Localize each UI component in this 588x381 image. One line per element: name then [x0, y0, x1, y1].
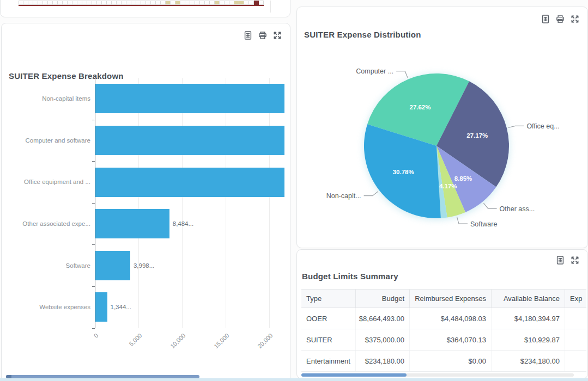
table-header-row: TypeBudgetReimbursed ExpensesAvailable B…	[301, 289, 586, 308]
dashboard: SUITER Expense Breakdown 05,00010,00015,…	[0, 0, 588, 381]
mini-grid-strip	[19, 1, 264, 5]
strip-cell	[28, 1, 33, 5]
bar[interactable]	[95, 84, 284, 113]
pie-slice-label: Other ass...	[500, 205, 535, 213]
pie-percent-label: 4.17%	[439, 183, 457, 189]
pie-leader-line	[396, 71, 408, 78]
excel-export-icon[interactable]	[555, 255, 565, 265]
expand-icon[interactable]	[272, 30, 282, 40]
pie-percent-label: 27.62%	[409, 104, 431, 110]
pie-slice-label: Non-capit...	[326, 192, 361, 200]
strip-cell	[244, 1, 249, 5]
category-label: Website expenses	[2, 286, 90, 328]
strip-cell	[180, 1, 185, 5]
pie-leader-line	[364, 192, 378, 196]
table-cell: $4,180,394.97	[492, 308, 565, 329]
bar-chart: 05,00010,00015,00020,000Non-capital item…	[2, 23, 290, 381]
strip-cell	[23, 1, 28, 5]
table-hscrollbar-thumb[interactable]	[301, 373, 407, 377]
strip-cell	[136, 1, 141, 5]
pie-slice-label: Computer ...	[356, 67, 393, 75]
strip-cell	[166, 1, 171, 5]
gridline	[269, 78, 270, 328]
expand-icon[interactable]	[570, 14, 580, 24]
table-header-cell[interactable]: Type	[301, 290, 356, 308]
next-panel-edge	[0, 378, 588, 381]
expand-icon[interactable]	[570, 255, 580, 265]
strip-cell	[229, 1, 234, 5]
strip-cell	[141, 1, 146, 5]
bar[interactable]	[95, 251, 130, 280]
y-axis-line	[95, 78, 95, 328]
pie-slice-label: Software	[470, 220, 497, 228]
strip-cell	[195, 1, 200, 5]
gridline	[138, 78, 139, 328]
bar[interactable]	[95, 168, 284, 197]
strip-cell	[68, 1, 72, 5]
pie-leader-line	[483, 203, 496, 208]
strip-cell	[107, 1, 112, 5]
table-header-cell[interactable]: Exp	[565, 290, 586, 308]
strip-cell	[205, 1, 210, 5]
table-row[interactable]: OOER$8,664,493.00$4,484,098.03$4,180,394…	[301, 308, 586, 329]
x-axis-tick-label: 10,000	[147, 332, 186, 371]
strip-cell	[87, 1, 92, 5]
strip-cell	[220, 1, 225, 5]
strip-cell	[239, 1, 244, 5]
strip-cell	[117, 1, 122, 5]
print-icon[interactable]	[555, 14, 565, 24]
table-cell: $234,180.00	[356, 351, 410, 371]
strip-cell	[102, 1, 107, 5]
table-header-cell[interactable]: Reimbursed Expenses	[410, 290, 492, 308]
category-label: Office equipment and ...	[2, 161, 90, 203]
strip-cell	[63, 1, 68, 5]
y-axis-tick	[92, 78, 95, 78]
strip-cell	[92, 1, 97, 5]
table-cell: SUITER	[301, 329, 356, 350]
excel-export-icon[interactable]	[541, 14, 550, 24]
budget-table: TypeBudgetReimbursed ExpensesAvailable B…	[301, 289, 586, 372]
y-axis-tick	[92, 161, 95, 162]
pie-slice-label: Office eq...	[526, 122, 559, 130]
x-axis-tick-label: 5,000	[104, 332, 143, 371]
strip-cell	[185, 1, 190, 5]
budget-table-panel: Budget Limits Summary TypeBudgetReimburs…	[296, 249, 588, 379]
strip-cell	[225, 1, 229, 5]
bar-value-label: 1,344...	[111, 286, 131, 328]
bar[interactable]	[95, 209, 169, 238]
x-axis-tick-label: 0	[60, 332, 99, 371]
strip-cell	[97, 1, 102, 5]
pie-chart: 27.62%Computer ...27.17%Office eq...8.85…	[297, 7, 587, 248]
strip-cell	[259, 1, 264, 5]
strip-cell	[175, 1, 180, 5]
table-cell: OOER	[301, 308, 356, 329]
bar[interactable]	[95, 126, 284, 155]
table-header-cell[interactable]: Available Balance	[492, 290, 565, 308]
bar-chart-panel: SUITER Expense Breakdown 05,00010,00015,…	[1, 23, 290, 381]
strip-cell	[156, 1, 161, 5]
bar-panel-toolbar	[243, 30, 282, 40]
table-row[interactable]: SUITER$375,000.00$364,070.13$10,929.87	[301, 329, 586, 351]
strip-cell	[77, 1, 82, 5]
bar-value-label: 3,998...	[134, 244, 154, 286]
x-axis-tick-label: 20,000	[234, 332, 274, 371]
pie-panel-toolbar	[541, 14, 580, 24]
top-cut-panel	[0, 0, 290, 17]
table-row[interactable]: Entertainment$234,180.00$0.00$234,180.00	[301, 351, 586, 372]
excel-export-icon[interactable]	[243, 30, 253, 40]
pie-leader-line	[457, 217, 468, 224]
strip-cell	[151, 1, 156, 5]
strip-cell	[131, 1, 136, 5]
bar[interactable]	[95, 292, 107, 322]
table-panel-toolbar	[555, 255, 580, 265]
strip-cell	[126, 1, 131, 5]
table-header-cell[interactable]: Budget	[356, 290, 410, 308]
strip-cell	[82, 1, 87, 5]
category-label: Software	[2, 244, 90, 286]
table-cell: $375,000.00	[356, 329, 410, 350]
x-axis-tick-label: 15,000	[191, 332, 230, 371]
table-cell	[565, 308, 586, 329]
print-icon[interactable]	[258, 30, 268, 40]
table-cell: $4,484,098.03	[410, 308, 492, 329]
strip-cell	[254, 1, 259, 5]
